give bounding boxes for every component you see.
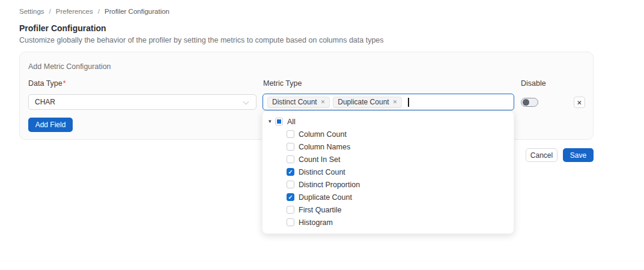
breadcrumb-separator: / <box>49 8 51 15</box>
option-label: Distinct Proportion <box>299 181 360 189</box>
remove-tag-icon[interactable]: ✕ <box>393 99 398 105</box>
metric-type-label: Metric Type <box>263 79 302 88</box>
chevron-down-icon <box>243 99 249 105</box>
disable-toggle[interactable] <box>521 98 538 107</box>
remove-row-button[interactable]: ✕ <box>574 97 585 108</box>
remove-tag-icon[interactable]: ✕ <box>321 99 326 105</box>
checkbox[interactable] <box>287 168 294 176</box>
checkbox-all[interactable] <box>275 118 283 125</box>
metric-tag-label: Distinct Count <box>272 98 317 106</box>
required-asterisk: * <box>63 79 66 88</box>
checkbox[interactable] <box>287 130 294 138</box>
tree-item-column-count[interactable]: Column Count <box>263 128 514 140</box>
profiler-configuration-page: Settings / Preferences / Profiler Config… <box>0 0 644 270</box>
panel-title: Add Metric Configuration <box>28 62 111 71</box>
checkbox[interactable] <box>287 155 294 163</box>
metric-type-dropdown: ▾ All Column Count Column Names Count In… <box>262 110 514 234</box>
breadcrumb: Settings / Preferences / Profiler Config… <box>19 8 169 15</box>
data-type-label: Data Type* <box>28 79 66 88</box>
tree-item-distinct-count[interactable]: Distinct Count <box>263 166 514 178</box>
metric-tag: Distinct Count ✕ <box>267 97 330 108</box>
disable-label: Disable <box>521 79 546 88</box>
option-label: First Quartile <box>299 206 342 214</box>
breadcrumb-preferences[interactable]: Preferences <box>56 8 93 15</box>
data-type-select[interactable]: CHAR <box>28 94 257 110</box>
metric-tag: Duplicate Count ✕ <box>333 97 402 108</box>
tree-item-histogram[interactable]: Histogram <box>263 216 514 229</box>
data-type-value: CHAR <box>35 98 55 106</box>
metric-type-multiselect[interactable]: Distinct Count ✕ Duplicate Count ✕ <box>263 94 514 110</box>
checkbox[interactable] <box>287 181 294 188</box>
checkbox[interactable] <box>287 193 294 201</box>
toggle-knob <box>523 99 529 106</box>
tree-item-duplicate-count[interactable]: Duplicate Count <box>263 191 514 203</box>
option-label: Column Names <box>299 143 350 151</box>
metric-tag-label: Duplicate Count <box>338 98 389 106</box>
checkbox[interactable] <box>287 218 294 226</box>
page-title: Profiler Configuration <box>19 23 106 33</box>
tree-item-distinct-proportion[interactable]: Distinct Proportion <box>263 178 514 191</box>
option-label: All <box>287 118 296 126</box>
tree-item-first-quartile[interactable]: First Quartile <box>263 203 514 216</box>
tree-expand-caret-icon[interactable]: ▾ <box>269 119 275 124</box>
option-label: Histogram <box>299 218 333 227</box>
page-subtitle: Customize globally the behavior of the p… <box>19 36 384 44</box>
text-cursor <box>408 98 409 107</box>
checkbox[interactable] <box>287 143 294 151</box>
option-label: Distinct Count <box>299 168 345 176</box>
option-label: Duplicate Count <box>299 193 352 202</box>
tree-item-count-in-set[interactable]: Count In Set <box>263 153 514 166</box>
breadcrumb-separator: / <box>98 8 100 15</box>
cancel-button[interactable]: Cancel <box>526 148 557 162</box>
option-label: Count In Set <box>299 155 341 164</box>
tree-item-all[interactable]: ▾ All <box>263 115 514 128</box>
save-button[interactable]: Save <box>563 148 594 162</box>
tree-item-column-names[interactable]: Column Names <box>263 140 514 153</box>
breadcrumb-profiler-configuration[interactable]: Profiler Configuration <box>105 8 169 15</box>
breadcrumb-settings[interactable]: Settings <box>19 8 44 15</box>
add-field-button[interactable]: Add Field <box>28 118 73 132</box>
option-label: Column Count <box>299 130 347 139</box>
checkbox[interactable] <box>287 206 294 214</box>
